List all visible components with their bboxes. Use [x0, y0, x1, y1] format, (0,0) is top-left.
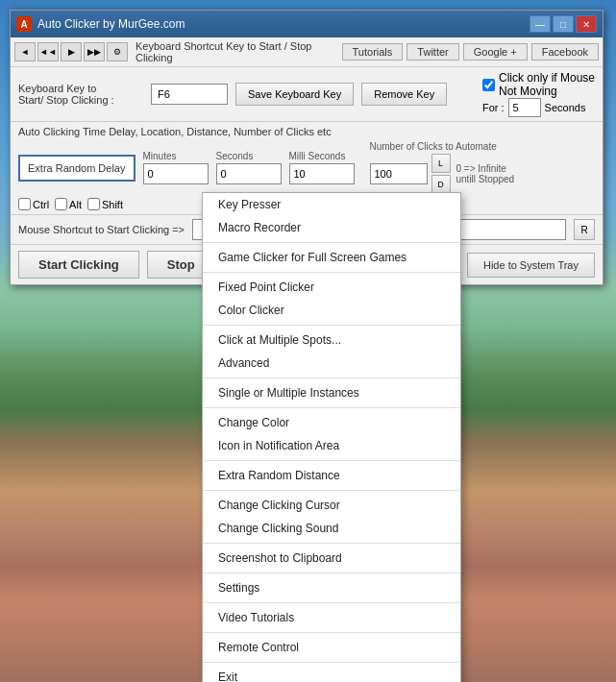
toolbar-icon-5[interactable]: ⚙ — [107, 42, 128, 61]
clicks-input[interactable] — [370, 163, 428, 184]
minutes-col: Minutes — [143, 151, 209, 184]
shortcut-key-label: Keyboard Shortcut Key to Start / Stop Cl… — [136, 40, 338, 63]
menu-separator-10 — [203, 490, 460, 491]
toolbar-icon-4[interactable]: ▶▶ — [84, 42, 105, 61]
menu-item-10[interactable]: Extra Random Distance — [203, 464, 460, 487]
menu-item-1[interactable]: Macro Recorder — [203, 216, 460, 239]
menu-separator-1 — [203, 242, 460, 243]
mouse-not-moving-check-row: Click only if MouseNot Moving — [482, 71, 595, 98]
seconds-col-label: Seconds — [216, 151, 254, 161]
menu-item-7[interactable]: Single or Multiple Instances — [203, 381, 460, 404]
facebook-button[interactable]: Facebook — [531, 43, 599, 61]
menu-item-6[interactable]: Advanced — [203, 352, 460, 375]
mouse-shortcut-label: Mouse Shortcut to Start Clicking => — [18, 224, 185, 235]
for-label: For : — [482, 102, 505, 113]
seconds-col: Seconds — [216, 151, 282, 184]
d-button[interactable]: D — [431, 175, 451, 194]
toolbar-icon-3[interactable]: ▶ — [61, 42, 82, 61]
menu-item-4[interactable]: Color Clicker — [203, 299, 460, 322]
close-button[interactable]: ✕ — [576, 15, 597, 33]
maximize-button[interactable]: □ — [553, 15, 574, 33]
save-keyboard-key-button[interactable]: Save Keyboard Key — [235, 83, 354, 106]
ctrl-label: Ctrl — [33, 199, 49, 210]
dropdown-menu: Key PresserMacro RecorderGame Clicker fo… — [202, 192, 461, 682]
menu-item-8[interactable]: Change Color — [203, 411, 460, 434]
menu-item-5[interactable]: Click at Multiple Spots... — [203, 329, 460, 352]
time-row: Extra Random Delay Minutes Seconds Milli… — [18, 141, 595, 194]
menu-separator-9 — [203, 460, 460, 461]
alt-label: Alt — [69, 199, 82, 210]
menu-separator-4 — [203, 325, 460, 326]
minutes-input[interactable] — [143, 163, 209, 184]
app-icon: A — [16, 16, 32, 32]
menu-separator-15 — [203, 632, 460, 633]
menu-separator-14 — [203, 602, 460, 603]
menu-item-0[interactable]: Key Presser — [203, 193, 460, 216]
menu-item-15[interactable]: Video Tutorials — [203, 606, 460, 629]
menu-separator-16 — [203, 662, 460, 663]
r-button[interactable]: R — [574, 219, 595, 240]
menu-item-14[interactable]: Settings — [203, 576, 460, 599]
title-bar-left: A Auto Clicker by MurGee.com — [16, 16, 185, 32]
extra-random-delay-button[interactable]: Extra Random Delay — [18, 155, 136, 182]
toolbar: ◄ ◄◄ ▶ ▶▶ ⚙ Keyboard Shortcut Key to Sta… — [11, 37, 603, 67]
milli-input[interactable] — [289, 163, 355, 184]
clicks-input-row: L D 0 => Infiniteuntill Stopped — [370, 154, 533, 194]
ctrl-checkbox[interactable] — [18, 198, 31, 210]
menu-separator-2 — [203, 272, 460, 273]
window-title: Auto Clicker by MurGee.com — [37, 17, 185, 31]
toolbar-icons: ◄ ◄◄ ▶ ▶▶ ⚙ — [14, 42, 128, 61]
menu-item-16[interactable]: Remote Control — [203, 636, 460, 659]
toolbar-icon-2[interactable]: ◄◄ — [37, 42, 59, 61]
infinite-label: 0 => Infiniteuntill Stopped — [456, 163, 533, 184]
menu-item-3[interactable]: Fixed Point Clicker — [203, 276, 460, 299]
hide-to-tray-button[interactable]: Hide to System Tray — [467, 253, 595, 278]
menu-item-2[interactable]: Game Clicker for Full Screen Games — [203, 246, 460, 269]
shortcut-key-label: Keyboard Key toStart/ Stop Clicking : — [18, 83, 143, 106]
for-row: For : Seconds — [482, 98, 585, 117]
shortcut-row: Keyboard Key toStart/ Stop Clicking : Sa… — [11, 67, 603, 122]
toolbar-icon-1[interactable]: ◄ — [14, 42, 36, 61]
l-button[interactable]: L — [431, 154, 451, 173]
googleplus-button[interactable]: Google + — [463, 43, 528, 61]
remove-key-button[interactable]: Remove Key — [361, 83, 447, 106]
shortcut-input[interactable] — [151, 84, 228, 105]
mouse-not-moving-label: Click only if MouseNot Moving — [499, 71, 595, 98]
tutorials-button[interactable]: Tutorials — [342, 43, 404, 61]
minimize-button[interactable]: — — [530, 15, 551, 33]
mouse-not-moving-checkbox[interactable] — [482, 79, 495, 91]
menu-item-17[interactable]: Exit — [203, 666, 460, 682]
menu-item-11[interactable]: Change Clicking Cursor — [203, 494, 460, 517]
alt-checkbox[interactable] — [55, 198, 67, 210]
menu-item-13[interactable]: Screenshot to Clipboard — [203, 547, 460, 570]
menu-separator-13 — [203, 572, 460, 573]
menu-item-12[interactable]: Change Clicking Sound — [203, 517, 460, 540]
clicks-col: Number of Clicks to Automate L D 0 => In… — [370, 141, 533, 194]
start-clicking-button[interactable]: Start Clicking — [18, 251, 139, 279]
ctrl-check: Ctrl — [18, 198, 49, 210]
title-bar: A Auto Clicker by MurGee.com — □ ✕ — [11, 11, 603, 37]
for-input[interactable] — [508, 98, 541, 117]
alt-check: Alt — [55, 198, 82, 210]
shift-check: Shift — [87, 198, 123, 210]
section-title: Auto Clicking Time Delay, Location, Dist… — [18, 126, 595, 137]
minutes-label: Minutes — [143, 151, 177, 161]
menu-separator-6 — [203, 378, 460, 378]
twitter-button[interactable]: Twitter — [407, 43, 458, 61]
seconds-input[interactable] — [216, 163, 282, 184]
menu-separator-7 — [203, 407, 460, 408]
milli-label: Milli Seconds — [289, 151, 346, 161]
menu-separator-12 — [203, 543, 460, 544]
toolbar-right: Tutorials Twitter Google + Facebook — [342, 43, 599, 61]
milli-col: Milli Seconds — [289, 151, 355, 184]
title-buttons: — □ ✕ — [530, 15, 597, 33]
seconds-label: Seconds — [545, 102, 586, 113]
side-buttons: L D — [431, 154, 451, 194]
menu-item-9[interactable]: Icon in Notification Area — [203, 434, 460, 457]
clicks-label: Number of Clicks to Automate — [370, 141, 533, 152]
shift-checkbox[interactable] — [87, 198, 100, 210]
shift-label: Shift — [102, 199, 123, 210]
